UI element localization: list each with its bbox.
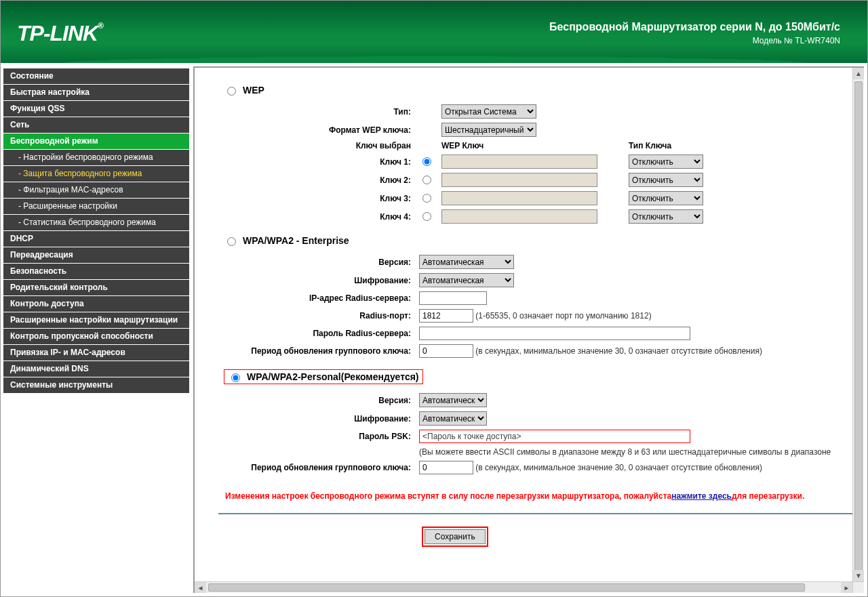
ent-radiuspwd-label: Пароль Radius-сервера: (218, 325, 415, 342)
wep-key-input-1[interactable] (441, 155, 597, 169)
sidebar: СостояниеБыстрая настройкаФункция QSSСет… (1, 63, 192, 596)
wep-key-input-4[interactable] (441, 209, 597, 224)
psk-enc-label: Шифрование: (218, 409, 415, 428)
wep-key-radio-2[interactable] (422, 176, 431, 184)
sidebar-item-bw[interactable]: Контроль пропускной способности (3, 329, 189, 344)
radius-port-hint: (1-65535, 0 означает порт по умолчанию 1… (475, 311, 651, 321)
sidebar-item-fwd[interactable]: Переадресация (3, 247, 189, 263)
psk-gk-hint: (в секундах, минимальное значение 30, 0 … (475, 463, 762, 472)
sidebar-item-w-adv[interactable]: - Расширенные настройки (3, 199, 189, 214)
radio-personal[interactable] (231, 373, 240, 382)
sidebar-item-access[interactable]: Контроль доступа (3, 296, 189, 312)
section-wep: WEP Тип: Открытая Система Формат WEP клю… (218, 85, 864, 226)
divider (218, 513, 864, 514)
wep-key-col: WEP Ключ (437, 139, 601, 152)
scroll-thumb-v[interactable] (854, 81, 863, 576)
scrollbar-horizontal[interactable]: ◄ ► (195, 581, 852, 593)
wep-title: WEP (243, 85, 264, 96)
wep-type-label: Тип: (218, 102, 415, 121)
ent-gk-hint: (в секундах, минимальное значение 30, 0 … (475, 346, 762, 356)
wep-key-type-select-3[interactable]: Отключить (629, 191, 703, 205)
wep-key-input-3[interactable] (441, 191, 597, 205)
ent-encryption-select[interactable]: Автоматическая (419, 273, 514, 287)
scroll-down-arrow-icon[interactable]: ▼ (853, 570, 864, 581)
radio-enterprise[interactable] (227, 237, 236, 246)
reboot-notice: Изменения настроек беспроводного режима … (225, 491, 864, 501)
sidebar-item-dhcp[interactable]: DHCP (3, 231, 189, 247)
wep-type-select[interactable]: Открытая Система (441, 104, 536, 119)
ent-radiusip-label: IP-адрес Radius-сервера: (218, 289, 415, 307)
brand-logo: TP-LINK® (17, 21, 103, 46)
wep-key-type-select-2[interactable]: Отключить (629, 173, 703, 187)
ent-gk-input[interactable] (419, 344, 473, 358)
wep-format-label: Формат WEP ключа: (218, 121, 415, 139)
header: TP-LINK® Беспроводной Маршрутизатор сери… (1, 1, 867, 63)
sidebar-item-wireless[interactable]: Беспроводной режим (3, 133, 189, 149)
section-personal: WPA/WPA2-Personal(Рекомендуется) Версия:… (218, 369, 864, 476)
[interactable]: ▲ ▼ (852, 68, 864, 581)
ent-ver-label: Версия: (218, 253, 415, 271)
psk-encryption-select[interactable]: Автоматическая (419, 411, 487, 426)
sidebar-item-w-security[interactable]: - Защита беспроводного режима (3, 166, 189, 182)
reboot-link[interactable]: нажмите здесь (671, 491, 732, 501)
wep-key-type-select-1[interactable]: Отключить (629, 155, 703, 169)
psk-version-select[interactable]: Автоматическая (419, 393, 487, 407)
scroll-corner (852, 581, 864, 593)
product-model: Модель № TL-WR740N (549, 36, 840, 45)
psk-pwd-label: Пароль PSK: (218, 428, 415, 445)
ent-gk-label: Период обновления группового ключа: (218, 342, 415, 360)
radius-pwd-input[interactable] (419, 327, 690, 340)
psk-hint: (Вы можете ввести ASCII символы в диапаз… (419, 447, 831, 457)
personal-title: WPA/WPA2-Personal(Рекомендуется) (247, 371, 419, 382)
sidebar-item-ddns[interactable]: Динамический DNS (3, 361, 189, 377)
scroll-up-arrow-icon[interactable]: ▲ (853, 68, 864, 79)
wep-keysel-label: Ключ выбран (218, 139, 415, 152)
product-title: Беспроводной Маршрутизатор серии N, до 1… (549, 21, 840, 33)
wep-keytype-col: Тип Ключа (601, 139, 707, 152)
wep-key-radio-3[interactable] (422, 194, 431, 203)
ent-radiusport-label: Radius-порт: (218, 307, 415, 325)
ent-version-select[interactable]: Автоматическая (419, 255, 514, 269)
sidebar-item-w-mac[interactable]: - Фильтрация MAC-адресов (3, 182, 189, 198)
personal-highlight: WPA/WPA2-Personal(Рекомендуется) (224, 369, 423, 384)
sidebar-item-ipmac[interactable]: Привязка IP- и MAC-адресов (3, 345, 189, 361)
wep-key-radio-1[interactable] (422, 157, 431, 166)
radius-ip-input[interactable] (419, 291, 487, 305)
wep-key-radio-4[interactable] (422, 212, 431, 221)
sidebar-item-sec[interactable]: Безопасность (3, 264, 189, 279)
sidebar-item-qss[interactable]: Функция QSS (3, 101, 189, 117)
scroll-left-arrow-icon[interactable]: ◄ (195, 582, 206, 593)
radio-wep[interactable] (227, 87, 236, 96)
wep-table: Тип: Открытая Система Формат WEP ключа: … (218, 102, 707, 226)
enterprise-title: WPA/WPA2 - Enterprise (243, 235, 349, 246)
wep-key-type-select-4[interactable]: Отключить (629, 209, 703, 224)
radius-port-input[interactable] (419, 309, 473, 323)
ent-enc-label: Шифрование: (218, 271, 415, 289)
wep-key-row: Ключ 3:Отключить (218, 189, 707, 207)
save-button[interactable]: Сохранить (425, 529, 486, 544)
sidebar-item-net[interactable]: Сеть (3, 117, 189, 133)
content-scroll-pane[interactable]: WEP Тип: Открытая Система Формат WEP клю… (193, 66, 864, 593)
save-highlight: Сохранить (422, 527, 488, 547)
wep-key-input-2[interactable] (441, 173, 597, 187)
app-frame: TP-LINK® Беспроводной Маршрутизатор сери… (0, 0, 868, 597)
psk-ver-label: Версия: (218, 391, 415, 409)
wep-key-row: Ключ 4:Отключить (218, 207, 707, 226)
sidebar-item-route[interactable]: Расширенные настройки маршрутизации (3, 312, 189, 328)
sidebar-item-parent[interactable]: Родительский контроль (3, 280, 189, 295)
sidebar-item-tools[interactable]: Системные инструменты (3, 377, 189, 393)
psk-gk-label: Период обновления группового ключа: (218, 459, 415, 476)
scroll-right-arrow-icon[interactable]: ► (841, 582, 852, 593)
sidebar-item-w-stat[interactable]: - Статистика беспроводного режима (3, 215, 189, 230)
psk-gk-input[interactable] (419, 461, 473, 474)
psk-password-input[interactable] (419, 430, 690, 443)
header-title-block: Беспроводной Маршрутизатор серии N, до 1… (549, 21, 840, 45)
section-enterprise: WPA/WPA2 - Enterprise Версия: Автоматиче… (218, 235, 864, 360)
scroll-thumb-h[interactable] (208, 583, 805, 592)
sidebar-item-status[interactable]: Состояние (3, 68, 189, 84)
wep-format-select[interactable]: Шестнадцатеричный (441, 123, 536, 137)
wep-key-row: Ключ 2:Отключить (218, 171, 707, 189)
wep-key-row: Ключ 1:Отключить (218, 152, 707, 171)
sidebar-item-quicksetup[interactable]: Быстрая настройка (3, 85, 189, 100)
sidebar-item-w-settings[interactable]: - Настройки беспроводного режима (3, 150, 189, 165)
